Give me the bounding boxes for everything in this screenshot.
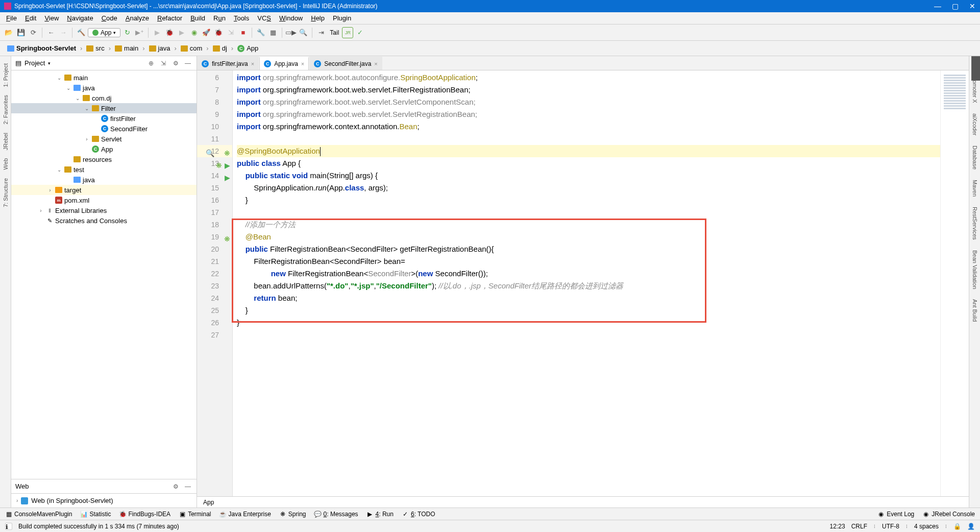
gutter-line[interactable]: 16 [197, 194, 232, 206]
chevron-right-icon[interactable]: › [16, 498, 18, 503]
jrebel-debug-icon[interactable]: 🐞 [213, 27, 224, 38]
bottom-consolemavenplugin[interactable]: ▦ConsoleMavenPlugin [5, 511, 72, 518]
gutter-line[interactable]: 26 [197, 317, 232, 329]
gutter-line[interactable]: 23 [197, 280, 232, 292]
gutter-line[interactable]: 19❋ [197, 231, 232, 243]
code-line[interactable]: import org.springframework.boot.web.serv… [237, 96, 940, 108]
close-icon[interactable]: × [374, 61, 377, 67]
close-button[interactable]: ✕ [969, 3, 976, 10]
jrebel-run-icon[interactable]: 🚀 [201, 27, 212, 38]
debug-icon[interactable]: 🐞 [164, 27, 175, 38]
gutter-line[interactable]: 7 [197, 84, 232, 96]
jr-icon[interactable]: JR [342, 27, 353, 38]
chevron-icon[interactable]: › [47, 187, 53, 193]
web-title[interactable]: Web [15, 482, 29, 490]
run-gutter-icon[interactable]: ▶ [222, 159, 230, 167]
lens-gutter-icon[interactable]: 🔍 [206, 147, 214, 155]
project-structure-icon[interactable]: ▦ [267, 27, 279, 38]
gutter-line[interactable]: 21 [197, 255, 232, 268]
attach-icon[interactable]: ⇲ [225, 27, 236, 38]
open-icon[interactable]: 📂 [3, 27, 14, 38]
lock-icon[interactable]: 🔒 [953, 523, 961, 530]
tree-row[interactable]: › Servlet [11, 134, 197, 144]
expand-icon[interactable]: ⇲ [159, 59, 168, 68]
indent-icon[interactable]: ⇥ [315, 27, 327, 38]
tree-row[interactable]: resources [11, 154, 197, 164]
spring-gutter-icon[interactable]: ❋ [214, 159, 222, 167]
rail-web[interactable]: Web [2, 156, 10, 172]
hammer-icon[interactable]: 🔨 [76, 27, 87, 38]
code-line[interactable]: import org.springframework.context.annot… [237, 120, 940, 133]
gutter-line[interactable]: 22 [197, 268, 232, 280]
menu-vcs[interactable]: VCS [253, 13, 275, 23]
line-col[interactable]: 12:23 [830, 523, 845, 530]
code-line[interactable]: public FilterRegistrationBean<SecondFilt… [237, 243, 940, 255]
code-line[interactable] [237, 133, 940, 145]
code-area[interactable]: import org.springframework.boot.autoconf… [233, 70, 940, 496]
gutter-line[interactable]: 15 [197, 182, 232, 194]
run-icon[interactable]: ▶ [152, 27, 163, 38]
run-terminal-icon[interactable]: ▭▶ [285, 27, 297, 38]
code-line[interactable]: FilterRegistrationBean<SecondFilter> bea… [237, 255, 940, 268]
back-icon[interactable]: ← [45, 27, 57, 38]
gutter-line[interactable]: 9 [197, 108, 232, 120]
code-line[interactable]: } [237, 317, 940, 329]
tail-label[interactable]: Tail [328, 29, 341, 36]
menu-navigate[interactable]: Navigate [63, 13, 97, 23]
chevron-icon[interactable]: ⌄ [56, 75, 62, 81]
chevron-icon[interactable]: › [38, 208, 44, 213]
tree-row[interactable]: C App [11, 144, 197, 154]
spring-gutter-icon[interactable]: ❋ [222, 147, 230, 155]
rail-ant-build[interactable]: Ant Build [971, 297, 979, 324]
sync-icon[interactable]: ⟳ [28, 27, 39, 38]
editor-tab[interactable]: CApp.java× [259, 57, 309, 70]
tree-row[interactable]: C firstFilter [11, 113, 197, 124]
save-all-icon[interactable]: 💾 [15, 27, 27, 38]
bottom-java-enterprise[interactable]: ☕Java Enterprise [219, 511, 271, 518]
wrench-icon[interactable]: 🔧 [255, 27, 266, 38]
code-line[interactable]: bean.addUrlPatterns("*.do","*.jsp","/Sec… [237, 280, 940, 292]
menu-build[interactable]: Build [186, 13, 209, 23]
code-line[interactable]: import org.springframework.boot.web.serv… [237, 84, 940, 96]
rerun-icon[interactable]: ↻ [121, 27, 133, 38]
chevron-icon[interactable]: ⌄ [75, 95, 81, 101]
gutter-line[interactable]: 14▶ [197, 170, 232, 182]
gutter-line[interactable]: 24 [197, 292, 232, 304]
scrollbar-thumb[interactable] [971, 56, 980, 81]
chevron-icon[interactable]: ⌄ [84, 106, 90, 111]
rail-aixcoder[interactable]: aiXcoder [971, 111, 979, 137]
rail-restservices[interactable]: RestServices [971, 205, 979, 242]
tree-row[interactable]: C SecondFilter [11, 124, 197, 134]
bottom-0-messages[interactable]: 💬0: Messages [314, 511, 358, 518]
gutter-line[interactable]: 25 [197, 304, 232, 317]
breadcrumb-app[interactable]: CApp [234, 43, 261, 53]
tree-row[interactable]: java [11, 175, 197, 185]
rail-database[interactable]: Database [971, 143, 979, 172]
code-line[interactable]: } [237, 194, 940, 206]
indent-size[interactable]: 4 spaces [914, 523, 939, 530]
menu-tools[interactable]: Tools [230, 13, 253, 23]
breadcrumb-springboot-servlet[interactable]: Springboot-Servlet [4, 43, 79, 53]
rail-bean-validation[interactable]: Bean Validation [971, 248, 979, 291]
code-line[interactable]: new FilterRegistrationBean<SecondFilter>… [237, 268, 940, 280]
tree-row[interactable]: ⌄ main [11, 72, 197, 83]
search-icon[interactable]: 🔍 [298, 27, 309, 38]
code-line[interactable] [237, 329, 940, 341]
gutter-line[interactable]: 12❋🔍 [197, 145, 232, 157]
rail-jrebel[interactable]: JRebel [2, 131, 10, 152]
tree-row[interactable]: ⌄ test [11, 164, 197, 175]
gear-icon[interactable]: ⚙ [171, 482, 180, 491]
code-line[interactable]: @SpringBootApplication [237, 145, 940, 157]
tree-row[interactable]: ✎ Scratches and Consoles [11, 215, 197, 226]
minimize-button[interactable]: — [934, 3, 941, 10]
close-icon[interactable]: × [301, 61, 304, 67]
breadcrumb-src[interactable]: src [83, 43, 107, 53]
menu-code[interactable]: Code [97, 13, 121, 23]
rail-2-favorites[interactable]: 2: Favorites [2, 93, 10, 126]
line-sep[interactable]: CRLF [851, 523, 867, 530]
hide-icon[interactable]: — [183, 59, 192, 68]
code-line[interactable] [237, 206, 940, 219]
editor-tab[interactable]: CfirstFilter.java× [197, 57, 259, 70]
editor-crumb[interactable]: App [203, 499, 214, 506]
hide-icon[interactable]: — [183, 482, 192, 491]
